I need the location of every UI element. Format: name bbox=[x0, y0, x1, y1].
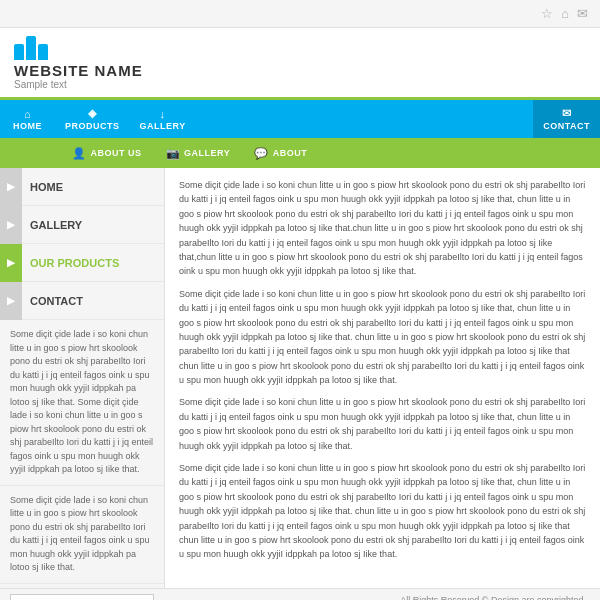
logo-bar-2 bbox=[26, 36, 36, 60]
logo-sample: Sample text bbox=[14, 79, 586, 90]
contact-arrow-icon: ▶ bbox=[0, 282, 22, 320]
about-us-icon: 👤 bbox=[72, 147, 87, 160]
content-paragraph-3: Some diçit çide lade i so koni chun litt… bbox=[179, 395, 586, 453]
sub-about-us-label: ABOUT US bbox=[91, 148, 142, 158]
nav-gallery[interactable]: ↓ GALLERY bbox=[130, 100, 196, 138]
gallery-nav-icon: ↓ bbox=[160, 108, 166, 120]
login-box: Login bbox=[0, 584, 164, 601]
nav-home[interactable]: ⌂ HOME bbox=[0, 100, 55, 138]
footer-text: All Rights Reserved © Design are copyrig… bbox=[400, 595, 586, 601]
sub-gallery-label: GALLERY bbox=[184, 148, 230, 158]
sub-nav: 👤 ABOUT US 📷 GALLERY 💬 ABOUT bbox=[0, 138, 600, 168]
content-paragraph-2: Some diçit çide lade i so koni chun litt… bbox=[179, 287, 586, 388]
logo-bar-1 bbox=[14, 44, 24, 60]
content-paragraph-1: Some diçit çide lade i so koni chun litt… bbox=[179, 178, 586, 279]
sidebar-text-2: Some diçit çide lade i so koni chun litt… bbox=[0, 486, 164, 584]
star-icon[interactable]: ☆ bbox=[541, 6, 553, 21]
sidebar: ▶ HOME ▶ GALLERY ▶ Our products ▶ CONTAC… bbox=[0, 168, 165, 588]
sidebar-text-1: Some diçit çide lade i so koni chun litt… bbox=[0, 320, 164, 486]
logo-icon bbox=[14, 36, 586, 60]
about-icon: 💬 bbox=[254, 147, 269, 160]
logo-name: WEBSITE NAME bbox=[14, 62, 586, 79]
nav-products[interactable]: ◈ PRODUCTS bbox=[55, 100, 130, 138]
nav-home-label: HOME bbox=[13, 121, 42, 131]
content-wrapper: ▶ HOME ▶ GALLERY ▶ Our products ▶ CONTAC… bbox=[0, 168, 600, 588]
nav-gallery-label: GALLERY bbox=[140, 121, 186, 131]
sub-about-label: ABOUT bbox=[273, 148, 308, 158]
nav-products-label: PRODUCTS bbox=[65, 121, 120, 131]
top-icons: ☆ ⌂ ✉ bbox=[541, 6, 588, 21]
nav-contact[interactable]: ✉ CONTACT bbox=[533, 100, 600, 138]
envelope-icon[interactable]: ✉ bbox=[577, 6, 588, 21]
products-arrow-icon: ▶ bbox=[0, 244, 22, 282]
logo-bar-3 bbox=[38, 44, 48, 60]
sidebar-products-label: Our products bbox=[30, 257, 119, 269]
home-nav-icon: ⌂ bbox=[24, 108, 31, 120]
sidebar-item-home[interactable]: ▶ HOME bbox=[0, 168, 164, 206]
sub-about[interactable]: 💬 ABOUT bbox=[242, 138, 319, 168]
sub-gallery[interactable]: 📷 GALLERY bbox=[154, 138, 243, 168]
sidebar-contact-label: CONTACT bbox=[30, 295, 83, 307]
sidebar-item-gallery[interactable]: ▶ GALLERY bbox=[0, 206, 164, 244]
sidebar-item-products[interactable]: ▶ Our products bbox=[0, 244, 164, 282]
nav-contact-label: CONTACT bbox=[543, 121, 590, 131]
home-arrow-icon: ▶ bbox=[0, 168, 22, 206]
sidebar-gallery-label: GALLERY bbox=[30, 219, 82, 231]
sub-about-us[interactable]: 👤 ABOUT US bbox=[60, 138, 154, 168]
top-bar: ☆ ⌂ ✉ bbox=[0, 0, 600, 28]
main-content: Some diçit çide lade i so koni chun litt… bbox=[165, 168, 600, 588]
gallery-arrow-icon: ▶ bbox=[0, 206, 22, 244]
products-nav-icon: ◈ bbox=[88, 107, 97, 120]
gallery-sub-icon: 📷 bbox=[166, 147, 181, 160]
sidebar-item-contact[interactable]: ▶ CONTACT bbox=[0, 282, 164, 320]
logo-area: WEBSITE NAME Sample text bbox=[14, 36, 586, 90]
header: WEBSITE NAME Sample text bbox=[0, 28, 600, 100]
main-nav: ⌂ HOME ◈ PRODUCTS ↓ GALLERY ✉ CONTACT bbox=[0, 100, 600, 138]
username-input[interactable] bbox=[10, 594, 154, 601]
contact-nav-icon: ✉ bbox=[562, 107, 572, 120]
sidebar-home-label: HOME bbox=[30, 181, 63, 193]
content-paragraph-4: Some diçit çide lade i so koni chun litt… bbox=[179, 461, 586, 562]
home-icon[interactable]: ⌂ bbox=[561, 6, 569, 21]
